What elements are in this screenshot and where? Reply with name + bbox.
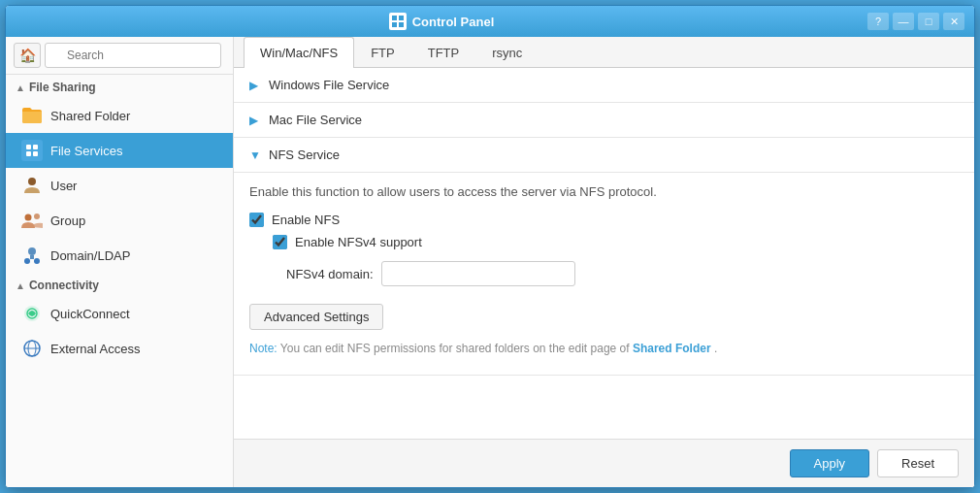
external-access-icon bbox=[21, 338, 43, 359]
enable-nfsv4-row: Enable NFSv4 support bbox=[249, 231, 959, 253]
mac-file-service-section[interactable]: ▶ Mac File Service bbox=[234, 103, 974, 138]
domain-icon bbox=[21, 245, 43, 266]
sidebar-item-external-access[interactable]: External Access bbox=[6, 331, 233, 366]
svg-point-8 bbox=[28, 178, 36, 185]
chevron-down-icon: ▲ bbox=[16, 280, 25, 291]
sidebar-item-label: QuickConnect bbox=[50, 307, 130, 321]
sidebar-section-connectivity[interactable]: ▲ Connectivity bbox=[6, 273, 233, 296]
svg-rect-6 bbox=[26, 151, 31, 156]
sidebar-item-label: File Services bbox=[50, 144, 122, 158]
window-title: Control Panel bbox=[412, 15, 495, 29]
windows-file-service-section[interactable]: ▶ Windows File Service bbox=[234, 68, 974, 103]
close-button[interactable]: ✕ bbox=[943, 13, 964, 30]
home-button[interactable]: 🏠 bbox=[14, 43, 41, 68]
user-icon bbox=[21, 175, 43, 196]
sidebar-search-bar: 🏠 🔍 bbox=[6, 37, 233, 75]
svg-point-9 bbox=[25, 214, 32, 221]
control-panel-window: Control Panel ? — □ ✕ 🏠 🔍 ▲ File Sharing bbox=[5, 5, 975, 488]
sidebar-item-shared-folder[interactable]: Shared Folder bbox=[6, 98, 233, 133]
sidebar-item-domain-ldap[interactable]: Domain/LDAP bbox=[6, 238, 233, 273]
sidebar-item-label: Shared Folder bbox=[50, 109, 130, 123]
sidebar-item-file-services[interactable]: File Services bbox=[6, 133, 233, 168]
sidebar-item-label: External Access bbox=[50, 342, 141, 356]
svg-point-11 bbox=[28, 247, 36, 255]
quickconnect-icon bbox=[21, 303, 43, 324]
enable-nfs-row: Enable NFS bbox=[249, 209, 959, 231]
svg-rect-2 bbox=[392, 22, 397, 27]
minimize-button[interactable]: — bbox=[893, 13, 914, 30]
folder-icon bbox=[21, 105, 43, 126]
chevron-down-icon: ▲ bbox=[16, 82, 25, 93]
nfsv4-domain-row: NFSv4 domain: bbox=[249, 253, 959, 290]
chevron-down-icon: ▼ bbox=[249, 148, 263, 162]
svg-rect-12 bbox=[30, 255, 34, 259]
mac-file-service-title: Mac File Service bbox=[269, 113, 362, 127]
nfs-expanded-content: Enable this function to allow users to a… bbox=[234, 173, 974, 376]
sidebar-item-label: Group bbox=[50, 214, 85, 228]
sidebar-item-user[interactable]: User bbox=[6, 168, 233, 203]
sidebar: 🏠 🔍 ▲ File Sharing Shared Folder bbox=[6, 37, 234, 487]
chevron-right-icon: ▶ bbox=[249, 79, 263, 92]
maximize-button[interactable]: □ bbox=[918, 13, 939, 30]
note-text: You can edit NFS permissions for shared … bbox=[280, 342, 633, 355]
footer: Apply Reset bbox=[234, 439, 974, 487]
main-content: 🏠 🔍 ▲ File Sharing Shared Folder bbox=[6, 37, 974, 487]
shared-folder-link[interactable]: Shared Folder bbox=[633, 342, 711, 355]
sidebar-section-label: Connectivity bbox=[29, 279, 99, 292]
sidebar-section-label: File Sharing bbox=[29, 81, 96, 94]
enable-nfsv4-label[interactable]: Enable NFSv4 support bbox=[295, 235, 422, 249]
sidebar-section-file-sharing[interactable]: ▲ File Sharing bbox=[6, 75, 233, 98]
svg-rect-4 bbox=[26, 145, 31, 149]
note-suffix: . bbox=[714, 342, 717, 355]
nfsv4-domain-input[interactable] bbox=[381, 261, 575, 286]
note-label: Note: bbox=[249, 342, 278, 355]
tab-tftp[interactable]: TFTP bbox=[411, 37, 476, 68]
svg-point-10 bbox=[34, 214, 40, 219]
app-icon bbox=[389, 13, 407, 30]
sidebar-item-quickconnect[interactable]: QuickConnect bbox=[6, 296, 233, 331]
svg-rect-5 bbox=[33, 145, 38, 149]
tab-win-mac-nfs[interactable]: Win/Mac/NFS bbox=[244, 37, 354, 68]
sidebar-item-group[interactable]: Group bbox=[6, 203, 233, 238]
enable-nfs-label[interactable]: Enable NFS bbox=[272, 213, 340, 227]
svg-rect-0 bbox=[392, 16, 397, 20]
content-scroll: ▶ Windows File Service ▶ Mac File Servic… bbox=[234, 68, 974, 439]
svg-rect-7 bbox=[33, 151, 38, 156]
windows-file-service-title: Windows File Service bbox=[269, 78, 389, 92]
svg-point-14 bbox=[34, 258, 40, 264]
content-area: Win/Mac/NFS FTP TFTP rsync ▶ Windows Fil… bbox=[234, 37, 974, 487]
enable-nfs-checkbox[interactable] bbox=[249, 213, 264, 227]
title-bar-controls: ? — □ ✕ bbox=[867, 13, 964, 30]
help-button[interactable]: ? bbox=[867, 13, 889, 30]
chevron-right-icon: ▶ bbox=[249, 114, 263, 127]
title-bar-left: Control Panel bbox=[16, 13, 867, 30]
file-services-icon bbox=[21, 140, 43, 161]
svg-rect-1 bbox=[399, 16, 404, 20]
nfsv4-domain-label: NFSv4 domain: bbox=[286, 267, 374, 281]
enable-nfsv4-checkbox[interactable] bbox=[273, 235, 287, 249]
svg-rect-3 bbox=[399, 22, 404, 27]
svg-point-13 bbox=[24, 258, 30, 264]
advanced-settings-button[interactable]: Advanced Settings bbox=[249, 304, 383, 330]
search-input[interactable] bbox=[45, 43, 221, 68]
group-icon bbox=[21, 210, 43, 231]
note-row: Note: You can edit NFS permissions for s… bbox=[249, 330, 959, 359]
nfs-description: Enable this function to allow users to a… bbox=[249, 173, 959, 209]
nfs-service-title: NFS Service bbox=[269, 148, 340, 162]
reset-button[interactable]: Reset bbox=[877, 449, 959, 477]
tab-rsync[interactable]: rsync bbox=[475, 37, 539, 68]
tabs-bar: Win/Mac/NFS FTP TFTP rsync bbox=[234, 37, 974, 68]
sidebar-item-label: User bbox=[50, 179, 77, 193]
nfs-service-section[interactable]: ▼ NFS Service bbox=[234, 138, 974, 173]
apply-button[interactable]: Apply bbox=[790, 449, 870, 477]
search-wrapper: 🔍 bbox=[45, 43, 225, 68]
tab-ftp[interactable]: FTP bbox=[354, 37, 411, 68]
title-bar: Control Panel ? — □ ✕ bbox=[6, 6, 974, 37]
sidebar-item-label: Domain/LDAP bbox=[50, 248, 130, 263]
